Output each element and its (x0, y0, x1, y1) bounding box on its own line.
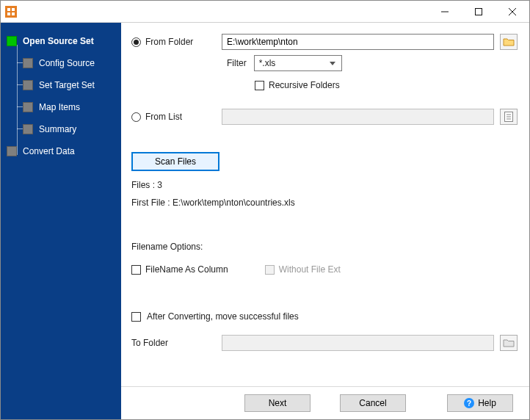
wizard-step-open-source-set[interactable]: Open Source Set (7, 30, 117, 52)
files-count-label: Files : 3 (131, 180, 518, 190)
to-folder-label: To Folder (131, 338, 168, 348)
from-list-input (222, 109, 494, 125)
wizard-step-label: Set Target Set (39, 80, 95, 90)
scan-files-label: Scan Files (155, 156, 196, 167)
browse-list-button[interactable] (500, 109, 518, 125)
from-folder-radio-group[interactable]: From Folder (131, 37, 216, 47)
file-list-icon (504, 112, 514, 122)
app-window: Open Source Set Config Source Set Target… (0, 0, 530, 420)
titlebar (1, 1, 529, 23)
wizard-sidebar: Open Source Set Config Source Set Target… (1, 23, 121, 419)
folder-open-icon (503, 37, 515, 47)
help-label: Help (478, 398, 496, 408)
recursive-label: Recursive Folders (269, 80, 340, 90)
recursive-row: Recursive Folders (131, 80, 518, 90)
filename-options-row: FileName As Column Without File Ext (131, 261, 518, 278)
wizard-step-label: Config Source (39, 58, 95, 68)
filter-row: Filter *.xls (131, 55, 518, 71)
scan-files-button[interactable]: Scan Files (131, 152, 219, 171)
cancel-button[interactable]: Cancel (340, 394, 406, 412)
app-icon (5, 6, 17, 18)
wizard-step-map-items[interactable]: Map Items (7, 96, 117, 118)
body: Open Source Set Config Source Set Target… (1, 23, 529, 419)
step-indicator-icon (23, 102, 33, 112)
filename-as-column-label: FileName As Column (145, 264, 228, 275)
minimize-icon (441, 8, 449, 15)
to-folder-row: To Folder (131, 334, 518, 352)
next-button[interactable]: Next (244, 394, 311, 412)
from-folder-label: From Folder (145, 37, 193, 47)
after-convert-label: After Converting, move successful files (147, 311, 299, 322)
folder-path-input[interactable] (222, 34, 494, 50)
step-indicator-icon (7, 36, 17, 46)
next-label: Next (269, 398, 287, 408)
filter-label: Filter (227, 58, 247, 68)
svg-rect-2 (12, 8, 15, 11)
without-ext-label: Without File Ext (279, 264, 341, 275)
wizard-step-label: Open Source Set (23, 36, 94, 46)
cancel-label: Cancel (359, 398, 386, 408)
filter-value: *.xls (259, 58, 322, 68)
minimize-button[interactable] (428, 1, 462, 23)
wizard-step-label: Convert Data (23, 146, 75, 156)
scan-row: Scan Files (131, 152, 518, 171)
footer-bar: Next Cancel ? Help (121, 386, 529, 419)
maximize-button[interactable] (462, 1, 495, 23)
first-file-label: First File : E:\work\temp\nton\countries… (131, 198, 518, 208)
from-list-radio-group[interactable]: From List (131, 112, 216, 122)
wizard-tree: Open Source Set Config Source Set Target… (7, 30, 117, 162)
wizard-step-label: Summary (39, 124, 76, 134)
content-area: From Folder Filter *.xls (121, 23, 529, 386)
to-folder-label-wrap: To Folder (131, 338, 216, 348)
svg-rect-3 (7, 12, 10, 15)
close-icon (509, 8, 516, 15)
step-indicator-icon (7, 146, 17, 156)
from-list-row: From List (131, 108, 518, 126)
wizard-step-config-source[interactable]: Config Source (7, 52, 117, 74)
filter-combobox[interactable]: *.xls (254, 55, 342, 71)
from-list-label: From List (145, 112, 182, 122)
chevron-down-icon (327, 58, 338, 68)
from-list-radio[interactable] (131, 112, 141, 122)
from-folder-radio[interactable] (131, 37, 141, 47)
without-ext-group: Without File Ext (265, 264, 341, 275)
window-controls (428, 1, 529, 23)
browse-folder-button[interactable] (500, 34, 518, 50)
maximize-icon (475, 8, 482, 15)
step-indicator-icon (23, 124, 33, 134)
tree-vline (17, 45, 18, 155)
svg-rect-4 (12, 12, 15, 15)
filename-as-column-group[interactable]: FileName As Column (131, 264, 228, 275)
step-indicator-icon (23, 80, 33, 90)
help-icon: ? (464, 398, 474, 408)
svg-rect-0 (5, 6, 17, 18)
svg-rect-6 (476, 8, 482, 15)
titlebar-left (1, 6, 17, 18)
wizard-step-summary[interactable]: Summary (7, 118, 117, 140)
filename-options-heading: Filename Options: (131, 242, 518, 252)
folder-icon (503, 338, 515, 348)
after-convert-row: After Converting, move successful files (131, 308, 518, 325)
browse-to-folder-button[interactable] (500, 335, 518, 351)
help-button[interactable]: ? Help (447, 394, 513, 412)
wizard-step-set-target-set[interactable]: Set Target Set (7, 74, 117, 96)
without-ext-checkbox (265, 265, 275, 275)
close-button[interactable] (495, 1, 529, 23)
wizard-step-convert-data[interactable]: Convert Data (7, 140, 117, 162)
recursive-checkbox[interactable] (255, 81, 264, 90)
main-panel: From Folder Filter *.xls (121, 23, 529, 419)
from-folder-row: From Folder (131, 33, 518, 51)
to-folder-input (222, 335, 494, 351)
after-convert-checkbox[interactable] (131, 312, 141, 322)
filename-as-column-checkbox[interactable] (131, 265, 141, 275)
wizard-step-label: Map Items (39, 102, 80, 112)
svg-rect-1 (7, 8, 10, 11)
step-indicator-icon (23, 58, 33, 68)
